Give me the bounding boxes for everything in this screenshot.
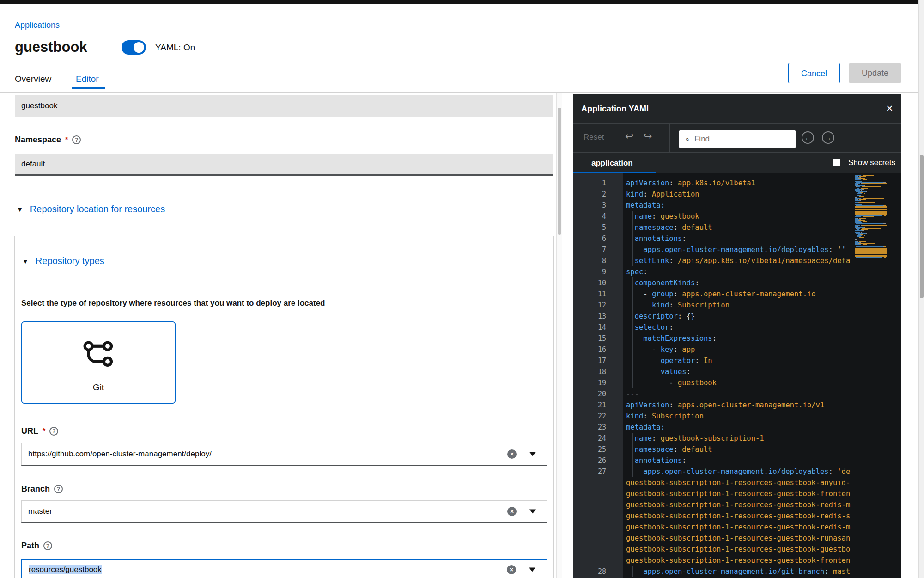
find-placeholder: Find — [694, 135, 710, 144]
minimap-line — [863, 189, 864, 190]
page-scrollbar-thumb[interactable] — [920, 155, 924, 298]
branch-label: Branch ? — [21, 484, 63, 494]
section-repository-types[interactable]: ▼ Repository types — [22, 256, 104, 266]
tab-application[interactable]: application — [591, 159, 633, 168]
page-scrollbar[interactable] — [918, 0, 924, 578]
select-type-instruction: Select the type of repository where reso… — [21, 299, 325, 308]
line-number: 24 — [573, 433, 606, 444]
line-number: 3 — [573, 200, 606, 211]
update-button[interactable]: Update — [849, 63, 901, 83]
line-number: 14 — [573, 322, 606, 333]
minimap-line — [863, 193, 863, 194]
path-input-value: resources/guestbook — [29, 565, 102, 574]
tab-overview[interactable]: Overview — [15, 74, 51, 84]
yaml-code-editor[interactable]: 1apiVersion: app.k8s.io/v1beta12kind: Ap… — [573, 173, 901, 578]
code-row: guestbook-subscription-1-resources-guest… — [573, 555, 901, 566]
minimap-line — [858, 196, 858, 197]
redo-icon[interactable]: ↪ — [644, 130, 652, 142]
git-repository-tile[interactable]: Git — [21, 321, 176, 404]
line-number: 13 — [573, 311, 606, 322]
minimap-line — [862, 183, 887, 184]
line-number: 19 — [573, 377, 606, 388]
code-row: guestbook-subscription-1-resources-guest… — [573, 510, 901, 522]
yaml-tab-row: application Show secrets — [573, 153, 901, 174]
path-input[interactable]: resources/guestbook ✕ — [21, 559, 547, 578]
line-number: 7 — [573, 244, 606, 255]
url-input[interactable]: https://github.com/open-cluster-manageme… — [21, 443, 547, 466]
search-icon: ⌕ — [685, 135, 689, 143]
window-top-bar — [0, 0, 924, 4]
namespace-label: Namespace * ? — [15, 135, 81, 145]
line-number: 27 — [573, 466, 606, 477]
path-label: Path ? — [21, 541, 52, 551]
breadcrumb-applications[interactable]: Applications — [15, 20, 60, 30]
code-row: 23metadata: — [573, 422, 901, 433]
yaml-panel-header: Application YAML ✕ — [573, 94, 901, 123]
find-input[interactable]: ⌕ Find — [679, 130, 796, 148]
dropdown-caret-icon[interactable] — [529, 568, 535, 572]
code-row: 24 name: guestbook-subscription-1 — [573, 433, 901, 444]
line-number: 1 — [573, 178, 606, 189]
dropdown-caret-icon[interactable] — [529, 509, 536, 513]
help-icon[interactable]: ? — [72, 135, 81, 144]
namespace-input[interactable]: default — [15, 154, 553, 176]
form-scrollbar[interactable] — [556, 93, 562, 578]
code-row: 2kind: Application — [573, 189, 901, 200]
required-asterisk: * — [65, 136, 68, 144]
line-number: 25 — [573, 444, 606, 455]
yaml-toggle-label: YAML: On — [155, 43, 195, 53]
minimap-line — [864, 235, 865, 236]
minimap-line — [883, 257, 883, 258]
code-row: 25 namespace: default — [573, 444, 901, 455]
help-icon[interactable]: ? — [49, 427, 58, 436]
branch-input[interactable]: master ✕ — [21, 500, 547, 523]
application-yaml-panel: Application YAML ✕ Reset ↩ ↪ ⌕ Find ← → … — [573, 94, 901, 578]
minimap-line — [861, 225, 861, 226]
minimap-line — [861, 183, 861, 184]
code-row: 12 kind: Subscription — [573, 300, 901, 311]
code-row: 6 annotations: — [573, 233, 901, 244]
name-input-value: guestbook — [21, 101, 57, 111]
page-title: guestbook — [15, 39, 87, 55]
show-secrets-label: Show secrets — [848, 158, 895, 167]
help-icon[interactable]: ? — [54, 485, 63, 493]
help-icon[interactable]: ? — [43, 541, 52, 550]
required-asterisk: * — [43, 427, 45, 436]
editor-minimap[interactable] — [854, 175, 891, 577]
line-number: 5 — [573, 222, 606, 233]
reset-button[interactable]: Reset — [584, 133, 604, 142]
close-icon[interactable]: ✕ — [878, 94, 901, 123]
line-number: 2 — [573, 189, 606, 200]
code-row: guestbook-subscription-1-resources-guest… — [573, 488, 901, 499]
line-number: 9 — [573, 266, 606, 277]
code-row: 17 operator: In — [573, 355, 901, 366]
find-next-button[interactable]: → — [822, 131, 834, 144]
namespace-input-value: default — [21, 160, 45, 169]
code-row: 15 matchExpressions: — [573, 333, 901, 344]
code-row: 28 apps.open-cluster-management.io/git-b… — [573, 566, 901, 577]
toolbar-separator — [669, 124, 670, 152]
branch-input-value: master — [28, 507, 52, 516]
dropdown-caret-icon[interactable] — [529, 452, 536, 456]
chevron-down-icon: ▼ — [17, 206, 23, 213]
minimap-line — [862, 225, 887, 226]
name-input[interactable]: guestbook — [15, 95, 553, 117]
clear-icon[interactable]: ✕ — [507, 565, 516, 574]
undo-icon[interactable]: ↩ — [625, 130, 633, 142]
show-secrets-checkbox[interactable] — [833, 159, 840, 166]
tab-editor[interactable]: Editor — [76, 74, 99, 84]
find-previous-button[interactable]: ← — [802, 131, 814, 144]
form-scrollbar-thumb[interactable] — [558, 108, 561, 235]
clear-icon[interactable]: ✕ — [507, 449, 517, 459]
line-number: 23 — [573, 422, 606, 433]
code-row: 26 annotations: — [573, 455, 901, 466]
line-number: 18 — [573, 366, 606, 377]
code-row: guestbook-subscription-1-resources-guest… — [573, 499, 901, 510]
section-repository-location[interactable]: ▼ Repository location for resources — [17, 204, 165, 215]
cancel-button[interactable]: Cancel — [788, 63, 840, 83]
yaml-toggle[interactable] — [122, 40, 146, 55]
code-row: 4 name: guestbook — [573, 211, 901, 222]
clear-icon[interactable]: ✕ — [507, 507, 517, 516]
minimap-line — [862, 230, 863, 231]
code-row: 22kind: Subscription — [573, 411, 901, 422]
